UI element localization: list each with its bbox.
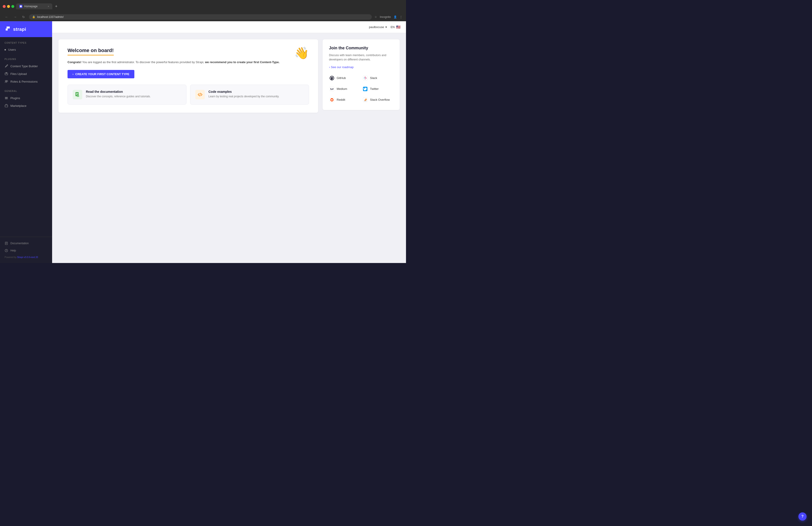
- welcome-card: 👋 Welcome on board! Congrats! You are lo…: [58, 40, 318, 113]
- community-grid: GitHub Slack: [329, 74, 393, 104]
- sidebar-item-documentation[interactable]: Documentation: [0, 240, 52, 247]
- content-types-section: CONTENT TYPES Users: [0, 37, 52, 54]
- menu-icon[interactable]: ⋮: [400, 15, 402, 18]
- slack-label: Slack: [370, 76, 377, 80]
- info-card-code-examples[interactable]: Code examples Learn by testing real proj…: [190, 85, 309, 105]
- welcome-title: Welcome on board!: [68, 47, 114, 56]
- svg-rect-19: [365, 78, 367, 78]
- general-section: GENERAL Plugins Marketplace: [0, 85, 52, 109]
- tab-title: Homepage: [24, 5, 38, 8]
- plugins-icon: [4, 96, 8, 100]
- community-item-slack[interactable]: Slack: [362, 74, 393, 82]
- users-dot-icon: [4, 49, 6, 50]
- refresh-button[interactable]: ↻: [21, 14, 26, 20]
- community-item-github[interactable]: GitHub: [329, 74, 360, 82]
- info-card-documentation[interactable]: Read the documentation Discover the conc…: [68, 85, 187, 105]
- svg-point-10: [6, 251, 6, 252]
- welcome-section: 👋 Welcome on board! Congrats! You are lo…: [58, 40, 318, 117]
- svg-rect-12: [77, 95, 79, 97]
- github-icon: [329, 75, 335, 81]
- browser-tab[interactable]: Homepage ×: [16, 3, 52, 9]
- community-item-stackoverflow[interactable]: Stack Overflow: [362, 96, 393, 104]
- fullscreen-button[interactable]: [11, 5, 14, 8]
- svg-rect-6: [5, 99, 8, 99]
- stackoverflow-icon: [362, 97, 368, 103]
- svg-rect-7: [5, 105, 8, 107]
- roles-permissions-icon: [4, 80, 8, 83]
- sidebar-item-marketplace[interactable]: Marketplace: [0, 102, 52, 109]
- documentation-card-title: Read the documentation: [86, 90, 151, 93]
- close-button[interactable]: [3, 5, 6, 8]
- welcome-text: Congrats! You are logged as the first ad…: [68, 60, 309, 64]
- bookmark-icon[interactable]: ☆: [375, 15, 377, 18]
- twitter-icon: [362, 86, 368, 92]
- create-content-type-button[interactable]: › CREATE YOUR FIRST CONTENT TYPE: [68, 70, 134, 78]
- reddit-icon: [329, 97, 335, 103]
- community-item-reddit[interactable]: Reddit: [329, 96, 360, 104]
- topbar: paulbocuse ▾ EN 🇺🇸: [52, 21, 406, 33]
- wave-emoji: 👋: [294, 46, 309, 60]
- sidebar-item-files-upload[interactable]: Files Upload: [0, 70, 52, 78]
- congrats-bold: Congrats!: [68, 60, 81, 64]
- code-examples-card-icon: [195, 90, 205, 99]
- sidebar-item-content-type-builder[interactable]: Content Type Builder: [0, 62, 52, 70]
- tab-close-icon[interactable]: ×: [48, 5, 49, 8]
- main-content: 👋 Welcome on board! Congrats! You are lo…: [52, 33, 406, 263]
- congrats-text: You are logged as the first administrato…: [81, 60, 205, 64]
- svg-rect-14: [363, 76, 367, 80]
- code-examples-card-desc: Learn by testing real projects developed…: [208, 95, 279, 99]
- cta-arrow: ›: [72, 72, 73, 76]
- roadmap-arrow: ›: [329, 65, 330, 69]
- cta-label: CREATE YOUR FIRST CONTENT TYPE: [75, 72, 129, 76]
- lang-label: EN: [391, 25, 395, 29]
- community-item-twitter[interactable]: Twitter: [362, 85, 393, 93]
- new-tab-icon[interactable]: +: [55, 4, 58, 9]
- marketplace-icon: [4, 104, 8, 107]
- back-button[interactable]: ←: [4, 14, 10, 20]
- community-item-medium[interactable]: Medium: [329, 85, 360, 93]
- forward-button[interactable]: →: [12, 14, 18, 20]
- tab-favicon: [19, 5, 23, 8]
- community-title: Join the Community: [329, 46, 393, 50]
- lock-icon: 🔒: [32, 15, 35, 18]
- twitter-label: Twitter: [370, 87, 379, 91]
- help-label: Help: [11, 249, 16, 252]
- sidebar-plugins-label: Plugins: [11, 96, 20, 100]
- app-layout: strapi CONTENT TYPES Users PLUGINS Conte…: [0, 21, 406, 263]
- powered-by: Powered by Strapi v3.0.0-next.33: [0, 254, 52, 260]
- roadmap-label: See our roadmap: [331, 65, 353, 69]
- svg-rect-16: [365, 78, 365, 80]
- sidebar-item-plugins[interactable]: Plugins: [0, 94, 52, 102]
- community-card: Join the Community Discuss with team mem…: [323, 40, 400, 110]
- recommend-bold: we recommend you to create your first Co…: [205, 60, 279, 64]
- flag-icon: 🇺🇸: [396, 25, 401, 29]
- strapi-version-link[interactable]: Strapi v3.0.0-next.33: [17, 256, 38, 258]
- user-menu[interactable]: paulbocuse ▾: [369, 25, 387, 29]
- svg-rect-4: [5, 97, 8, 97]
- medium-icon: [329, 86, 335, 92]
- documentation-label: Documentation: [11, 242, 29, 245]
- documentation-card-text: Read the documentation Discover the conc…: [86, 90, 151, 99]
- language-selector[interactable]: EN 🇺🇸: [391, 25, 401, 29]
- minimize-button[interactable]: [7, 5, 10, 8]
- url-text: localhost:1337/admin/: [37, 15, 64, 18]
- code-examples-card-text: Code examples Learn by testing real proj…: [208, 90, 279, 99]
- sidebar-item-roles-permissions[interactable]: Roles & Permissions: [0, 78, 52, 85]
- info-cards: Read the documentation Discover the conc…: [68, 85, 309, 105]
- sidebar-files-upload-label: Files Upload: [11, 72, 27, 76]
- svg-point-0: [20, 5, 22, 7]
- profile-icon: 👤: [393, 15, 397, 18]
- browser-controls: ☆ Incognito 👤 ⋮: [375, 15, 402, 18]
- incognito-label: Incognito: [380, 15, 391, 18]
- reddit-label: Reddit: [337, 98, 345, 101]
- sidebar-item-users[interactable]: Users: [0, 46, 52, 54]
- sidebar-item-help[interactable]: Help: [0, 247, 52, 254]
- svg-rect-5: [5, 98, 8, 99]
- documentation-card-icon: [73, 90, 82, 99]
- plugins-section: PLUGINS Content Type Builder Files Uploa…: [0, 54, 52, 85]
- roadmap-link[interactable]: › See our roadmap: [329, 65, 393, 69]
- traffic-lights: [3, 5, 14, 8]
- url-input[interactable]: 🔒 localhost:1337/admin/: [29, 14, 372, 20]
- documentation-icon: [4, 241, 8, 245]
- svg-rect-15: [365, 76, 365, 78]
